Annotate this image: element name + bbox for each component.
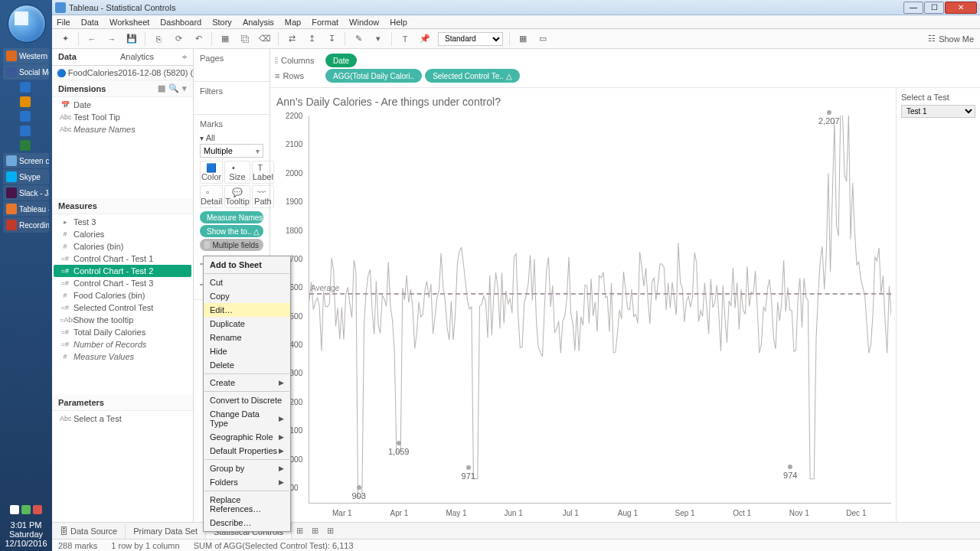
measure-item[interactable]: =#Control Chart - Test 3 [52, 277, 193, 289]
mark-type-select[interactable]: Multiple [200, 144, 263, 158]
find-field-icon[interactable]: 🔍 [168, 83, 179, 93]
sort-desc-button[interactable]: ↧ [325, 32, 338, 46]
context-menu-item[interactable]: Hide [204, 344, 290, 358]
measure-item[interactable]: =#Control Chart - Test 1 [52, 253, 193, 265]
sheet-tab[interactable]: Primary Data Set [126, 524, 206, 538]
dimension-item[interactable]: AbcMeasure Names [52, 123, 193, 135]
marks-all-row[interactable]: ▾ All [200, 132, 263, 144]
taskbar-pinned-icon[interactable] [3, 139, 49, 152]
maximize-button[interactable]: ☐ [924, 2, 944, 14]
rows-shelf[interactable]: ≡Rows [275, 71, 321, 80]
context-menu-item[interactable]: Edit… [204, 303, 290, 317]
menu-map[interactable]: Map [285, 18, 301, 27]
menu-window[interactable]: Window [349, 18, 379, 27]
menu-bar[interactable]: FileDataWorksheetDashboardStoryAnalysisM… [52, 15, 980, 29]
new-story-button[interactable]: ⊞ [322, 526, 338, 536]
shelf-pill[interactable]: Date [325, 54, 357, 67]
taskbar-window[interactable]: Screen clip… [3, 153, 49, 168]
marks-pill[interactable]: Show the to.. △ [200, 225, 263, 237]
menu-worksheet[interactable]: Worksheet [109, 18, 149, 27]
taskbar-pinned-icon[interactable] [3, 80, 49, 94]
sort-asc-button[interactable]: ↥ [305, 32, 318, 46]
undo-button[interactable]: ↶ [191, 32, 205, 46]
context-menu-item[interactable]: Rename [204, 331, 290, 344]
start-button[interactable] [8, 5, 46, 43]
context-menu-item[interactable]: Duplicate [204, 317, 290, 331]
taskbar-window[interactable]: Slack - Jack… [3, 185, 49, 201]
close-button[interactable]: ✕ [945, 2, 977, 14]
labels-button[interactable]: T [398, 32, 412, 46]
taskbar-window[interactable]: Recording:… [3, 217, 49, 233]
taskbar-pinned-icon[interactable] [3, 95, 49, 109]
clear-button[interactable]: ⌫ [258, 32, 272, 46]
pages-shelf[interactable]: Pages [200, 54, 263, 63]
context-menu-item[interactable]: Change Data Type▶ [204, 407, 290, 430]
shelf-pill[interactable]: Selected Control Te.. △ [425, 69, 519, 83]
swap-button[interactable]: ⇄ [285, 32, 299, 46]
context-menu-item[interactable]: Describe… [204, 516, 290, 530]
context-menu-item[interactable]: Default Properties▶ [204, 444, 290, 458]
measure-item[interactable]: =AbcShow the tooltip [52, 314, 193, 326]
menu-story[interactable]: Story [212, 18, 232, 27]
measure-item[interactable]: =#Selected Control Test [52, 302, 193, 314]
context-menu-item[interactable]: Copy [204, 289, 290, 303]
marks-size-button[interactable]: •Size [224, 161, 250, 184]
new-worksheet-button[interactable]: ⊞ [292, 526, 307, 536]
taskbar-clock[interactable]: 3:01 PM Saturday 12/10/2016 [0, 517, 52, 551]
menu-data[interactable]: Data [81, 18, 99, 27]
dimension-item[interactable]: AbcTest Tool Tip [52, 111, 193, 123]
taskbar-window[interactable]: Tableau - S… [3, 201, 49, 217]
context-menu-item[interactable]: Folders▶ [204, 475, 290, 489]
measure-item[interactable]: =#Number of Records [52, 338, 193, 350]
save-button[interactable]: 💾 [125, 32, 139, 46]
presentation-button[interactable]: ▭ [536, 32, 550, 46]
context-menu-item[interactable]: Geographic Role▶ [204, 430, 290, 444]
context-menu-item[interactable]: Create▶ [204, 376, 290, 390]
menu-format[interactable]: Format [312, 18, 338, 27]
taskbar-pinned-icon[interactable] [3, 109, 49, 123]
measure-item[interactable]: #Measure Values [52, 350, 193, 363]
taskbar-window[interactable]: Social Medi… [3, 64, 49, 80]
marks-detail-button[interactable]: ▫Detail [200, 185, 223, 208]
menu-analysis[interactable]: Analysis [243, 18, 274, 27]
minimize-button[interactable]: — [903, 2, 923, 14]
highlight-button[interactable]: ✎ [351, 32, 365, 46]
menu-help[interactable]: Help [390, 18, 407, 27]
measure-item[interactable]: =#Total Daily Calories [52, 326, 193, 338]
parameter-select[interactable]: Test 1 [901, 105, 975, 118]
marks-pill[interactable]: Measure Names [200, 211, 263, 223]
system-tray[interactable] [0, 502, 52, 517]
menu-dashboard[interactable]: Dashboard [160, 18, 201, 27]
context-menu-item[interactable]: Group by▶ [204, 461, 290, 475]
context-menu-item[interactable]: Convert to Discrete [204, 393, 290, 407]
context-menu-item[interactable]: Add to Sheet [204, 258, 290, 272]
data-tab[interactable]: Data [52, 49, 114, 65]
context-menu-item[interactable]: Cut [204, 276, 290, 289]
dimension-item[interactable]: 📅Date [52, 99, 193, 111]
chart-title[interactable]: Ann's Daily Calories - Are things under … [275, 93, 891, 114]
forward-button[interactable]: → [105, 32, 119, 46]
marks-color-button[interactable]: 🟦Color [200, 161, 223, 184]
visualization[interactable]: Ann's Daily Calories - Are things under … [270, 88, 896, 522]
context-menu-item[interactable]: Delete [204, 358, 290, 372]
sheet-tab[interactable]: 🗄 Data Source [52, 524, 126, 538]
dropdown-icon[interactable]: ▾ [371, 32, 385, 46]
show-me-button[interactable]: ☷Show Me [928, 34, 974, 44]
refresh-button[interactable]: ⟳ [172, 32, 185, 46]
filters-shelf[interactable]: Filters [200, 86, 263, 96]
data-source-name[interactable]: 🔵 FoodCalories2016-12-08 (5820) (Ann… [52, 66, 193, 80]
parameter-item[interactable]: AbcSelect a Test [52, 412, 193, 425]
tableau-logo-icon[interactable]: ✦ [58, 32, 72, 46]
menu-file[interactable]: File [57, 18, 70, 27]
new-dashboard-button[interactable]: ⊞ [307, 526, 322, 536]
measure-item[interactable]: =#Control Chart - Test 2 [54, 265, 191, 277]
dropdown-icon[interactable]: ▾ [182, 83, 187, 93]
view-as-table-icon[interactable]: ▦ [158, 83, 165, 93]
back-button[interactable]: ← [85, 32, 99, 46]
chart-plot-area[interactable]: Average9031,0599719742,207 [309, 116, 891, 504]
measure-item[interactable]: #Calories (bin) [52, 240, 193, 253]
context-menu-item[interactable]: Replace References… [204, 493, 290, 516]
fit-mode-select[interactable]: Standard [438, 32, 503, 46]
taskbar-pinned-icon[interactable] [3, 124, 49, 138]
pin-button[interactable]: 📌 [418, 32, 432, 46]
